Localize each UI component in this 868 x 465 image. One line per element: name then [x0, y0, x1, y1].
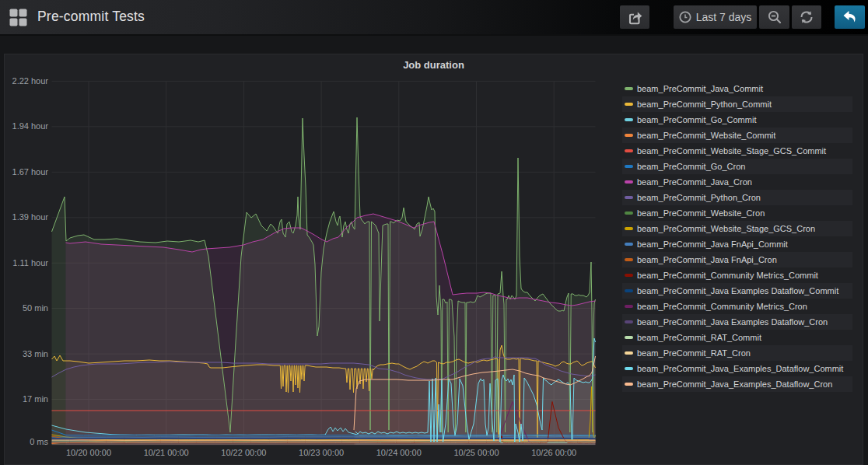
svg-text:10/20 00:00: 10/20 00:00 — [66, 448, 111, 457]
svg-text:10/22 00:00: 10/22 00:00 — [221, 448, 266, 457]
svg-text:10/23 00:00: 10/23 00:00 — [299, 448, 344, 457]
svg-text:1.67 hour: 1.67 hour — [12, 167, 49, 177]
svg-text:0 ms: 0 ms — [30, 437, 48, 446]
svg-text:50 min: 50 min — [23, 303, 48, 313]
svg-text:10/25 00:00: 10/25 00:00 — [453, 448, 499, 457]
svg-text:17 min: 17 min — [23, 394, 48, 404]
svg-text:33 min: 33 min — [23, 349, 48, 358]
svg-text:1.94 hour: 1.94 hour — [12, 121, 49, 131]
svg-text:10/26 00:00: 10/26 00:00 — [531, 448, 576, 457]
svg-text:1.39 hour: 1.39 hour — [12, 212, 49, 222]
svg-text:10/24 00:00: 10/24 00:00 — [376, 448, 422, 457]
svg-text:2.22 hour: 2.22 hour — [12, 76, 49, 86]
svg-text:10/21 00:00: 10/21 00:00 — [144, 448, 189, 457]
svg-text:1.11 hour: 1.11 hour — [12, 258, 48, 267]
